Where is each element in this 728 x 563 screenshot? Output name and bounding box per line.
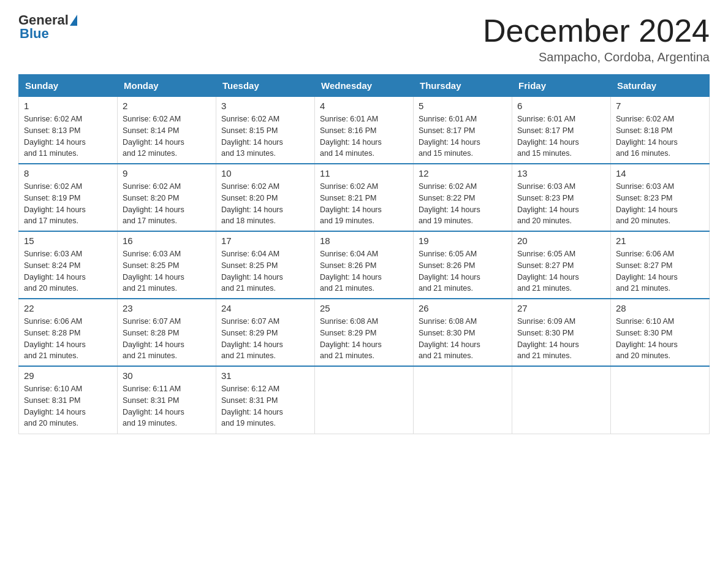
calendar-cell: 11Sunrise: 6:02 AMSunset: 8:21 PMDayligh… [315, 164, 414, 231]
day-info: Sunrise: 6:03 AMSunset: 8:23 PMDaylight:… [517, 181, 605, 227]
day-info: Sunrise: 6:01 AMSunset: 8:16 PMDaylight:… [320, 113, 408, 159]
logo-triangle-icon [70, 15, 77, 26]
day-info: Sunrise: 6:03 AMSunset: 8:25 PMDaylight:… [123, 248, 211, 294]
day-number: 3 [221, 101, 309, 111]
day-info: Sunrise: 6:04 AMSunset: 8:25 PMDaylight:… [221, 248, 309, 294]
day-info: Sunrise: 6:08 AMSunset: 8:29 PMDaylight:… [320, 316, 408, 362]
day-number: 2 [123, 101, 211, 111]
day-info: Sunrise: 6:07 AMSunset: 8:29 PMDaylight:… [221, 316, 309, 362]
day-info: Sunrise: 6:02 AMSunset: 8:20 PMDaylight:… [123, 181, 211, 227]
calendar-cell: 29Sunrise: 6:10 AMSunset: 8:31 PMDayligh… [19, 366, 118, 434]
day-info: Sunrise: 6:01 AMSunset: 8:17 PMDaylight:… [517, 113, 605, 159]
calendar-cell: 19Sunrise: 6:05 AMSunset: 8:26 PMDayligh… [414, 231, 512, 299]
day-info: Sunrise: 6:09 AMSunset: 8:30 PMDaylight:… [517, 316, 605, 362]
calendar-cell: 21Sunrise: 6:06 AMSunset: 8:27 PMDayligh… [611, 231, 710, 299]
day-number: 13 [517, 168, 605, 178]
calendar-cell: 13Sunrise: 6:03 AMSunset: 8:23 PMDayligh… [512, 164, 611, 231]
calendar-cell: 31Sunrise: 6:12 AMSunset: 8:31 PMDayligh… [216, 366, 315, 434]
day-number: 7 [616, 101, 704, 111]
day-number: 18 [320, 236, 408, 246]
calendar-cell: 5Sunrise: 6:01 AMSunset: 8:17 PMDaylight… [414, 96, 512, 164]
day-number: 11 [320, 168, 408, 178]
calendar-cell: 1Sunrise: 6:02 AMSunset: 8:13 PMDaylight… [19, 96, 118, 164]
day-number: 31 [221, 370, 309, 381]
calendar-cell [512, 366, 611, 434]
day-number: 15 [24, 236, 112, 246]
day-info: Sunrise: 6:01 AMSunset: 8:17 PMDaylight:… [419, 113, 507, 159]
calendar-cell: 3Sunrise: 6:02 AMSunset: 8:15 PMDaylight… [216, 96, 315, 164]
calendar-cell: 4Sunrise: 6:01 AMSunset: 8:16 PMDaylight… [315, 96, 414, 164]
day-number: 22 [24, 303, 112, 313]
calendar-week-row: 29Sunrise: 6:10 AMSunset: 8:31 PMDayligh… [19, 366, 710, 434]
day-number: 14 [616, 168, 704, 178]
logo-blue: Blue [20, 26, 49, 42]
day-number: 9 [123, 168, 211, 178]
calendar-cell: 18Sunrise: 6:04 AMSunset: 8:26 PMDayligh… [315, 231, 414, 299]
day-info: Sunrise: 6:02 AMSunset: 8:13 PMDaylight:… [24, 113, 112, 159]
day-number: 29 [24, 370, 112, 381]
day-number: 20 [517, 236, 605, 246]
day-number: 1 [24, 101, 112, 111]
title-section: December 2024 Sampacho, Cordoba, Argenti… [483, 12, 710, 64]
calendar-header-row: SundayMondayTuesdayWednesdayThursdayFrid… [19, 75, 710, 96]
day-info: Sunrise: 6:10 AMSunset: 8:30 PMDaylight:… [616, 316, 704, 362]
column-header-saturday: Saturday [611, 75, 710, 96]
calendar-cell: 20Sunrise: 6:05 AMSunset: 8:27 PMDayligh… [512, 231, 611, 299]
location-subtitle: Sampacho, Cordoba, Argentina [483, 50, 710, 64]
column-header-wednesday: Wednesday [315, 75, 414, 96]
day-info: Sunrise: 6:02 AMSunset: 8:18 PMDaylight:… [616, 113, 704, 159]
day-number: 8 [24, 168, 112, 178]
day-info: Sunrise: 6:12 AMSunset: 8:31 PMDaylight:… [221, 383, 309, 429]
calendar-cell: 26Sunrise: 6:08 AMSunset: 8:30 PMDayligh… [414, 299, 512, 366]
day-number: 16 [123, 236, 211, 246]
day-info: Sunrise: 6:02 AMSunset: 8:22 PMDaylight:… [419, 181, 507, 227]
day-info: Sunrise: 6:05 AMSunset: 8:26 PMDaylight:… [419, 248, 507, 294]
day-number: 26 [419, 303, 507, 313]
day-number: 10 [221, 168, 309, 178]
calendar-cell: 23Sunrise: 6:07 AMSunset: 8:28 PMDayligh… [118, 299, 216, 366]
calendar-table: SundayMondayTuesdayWednesdayThursdayFrid… [18, 74, 710, 434]
day-info: Sunrise: 6:07 AMSunset: 8:28 PMDaylight:… [123, 316, 211, 362]
column-header-friday: Friday [512, 75, 611, 96]
day-info: Sunrise: 6:03 AMSunset: 8:24 PMDaylight:… [24, 248, 112, 294]
calendar-cell: 14Sunrise: 6:03 AMSunset: 8:23 PMDayligh… [611, 164, 710, 231]
day-info: Sunrise: 6:02 AMSunset: 8:15 PMDaylight:… [221, 113, 309, 159]
calendar-cell: 6Sunrise: 6:01 AMSunset: 8:17 PMDaylight… [512, 96, 611, 164]
calendar-cell: 28Sunrise: 6:10 AMSunset: 8:30 PMDayligh… [611, 299, 710, 366]
day-number: 5 [419, 101, 507, 111]
calendar-cell: 17Sunrise: 6:04 AMSunset: 8:25 PMDayligh… [216, 231, 315, 299]
day-info: Sunrise: 6:02 AMSunset: 8:21 PMDaylight:… [320, 181, 408, 227]
day-info: Sunrise: 6:03 AMSunset: 8:23 PMDaylight:… [616, 181, 704, 227]
day-info: Sunrise: 6:06 AMSunset: 8:28 PMDaylight:… [24, 316, 112, 362]
column-header-thursday: Thursday [414, 75, 512, 96]
day-number: 6 [517, 101, 605, 111]
day-info: Sunrise: 6:02 AMSunset: 8:19 PMDaylight:… [24, 181, 112, 227]
calendar-cell: 7Sunrise: 6:02 AMSunset: 8:18 PMDaylight… [611, 96, 710, 164]
month-title: December 2024 [483, 12, 710, 49]
day-number: 4 [320, 101, 408, 111]
calendar-cell: 9Sunrise: 6:02 AMSunset: 8:20 PMDaylight… [118, 164, 216, 231]
calendar-cell: 2Sunrise: 6:02 AMSunset: 8:14 PMDaylight… [118, 96, 216, 164]
calendar-cell [611, 366, 710, 434]
calendar-week-row: 8Sunrise: 6:02 AMSunset: 8:19 PMDaylight… [19, 164, 710, 231]
day-info: Sunrise: 6:02 AMSunset: 8:14 PMDaylight:… [123, 113, 211, 159]
day-info: Sunrise: 6:11 AMSunset: 8:31 PMDaylight:… [123, 383, 211, 429]
calendar-cell: 24Sunrise: 6:07 AMSunset: 8:29 PMDayligh… [216, 299, 315, 366]
calendar-week-row: 22Sunrise: 6:06 AMSunset: 8:28 PMDayligh… [19, 299, 710, 366]
day-number: 19 [419, 236, 507, 246]
day-number: 24 [221, 303, 309, 313]
calendar-week-row: 15Sunrise: 6:03 AMSunset: 8:24 PMDayligh… [19, 231, 710, 299]
logo: General Blue [18, 12, 78, 42]
day-info: Sunrise: 6:04 AMSunset: 8:26 PMDaylight:… [320, 248, 408, 294]
day-info: Sunrise: 6:08 AMSunset: 8:30 PMDaylight:… [419, 316, 507, 362]
column-header-monday: Monday [118, 75, 216, 96]
calendar-cell: 8Sunrise: 6:02 AMSunset: 8:19 PMDaylight… [19, 164, 118, 231]
calendar-cell: 16Sunrise: 6:03 AMSunset: 8:25 PMDayligh… [118, 231, 216, 299]
column-header-tuesday: Tuesday [216, 75, 315, 96]
calendar-cell: 30Sunrise: 6:11 AMSunset: 8:31 PMDayligh… [118, 366, 216, 434]
day-number: 17 [221, 236, 309, 246]
day-number: 21 [616, 236, 704, 246]
calendar-cell [315, 366, 414, 434]
calendar-cell: 10Sunrise: 6:02 AMSunset: 8:20 PMDayligh… [216, 164, 315, 231]
calendar-week-row: 1Sunrise: 6:02 AMSunset: 8:13 PMDaylight… [19, 96, 710, 164]
